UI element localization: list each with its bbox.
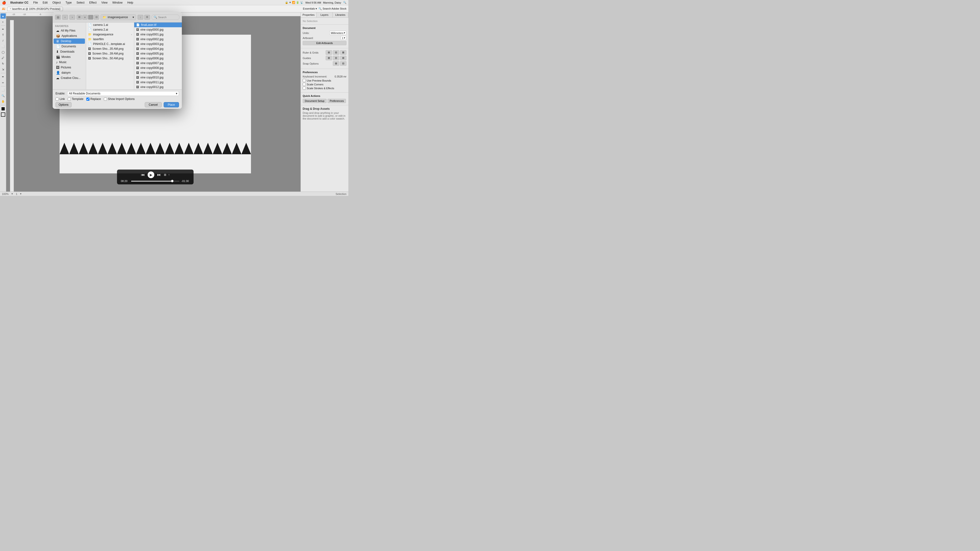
- options-button[interactable]: Options: [56, 102, 72, 107]
- replace-checkbox[interactable]: Replace: [86, 97, 101, 101]
- stroke-color[interactable]: [1, 113, 5, 117]
- select-tool[interactable]: ▲: [0, 13, 6, 19]
- file-item[interactable]: 🖼 vine copy0010.jpg: [134, 75, 182, 80]
- ruler-grids-btn-1[interactable]: ⊞: [326, 50, 332, 55]
- sidebar-item-pictures[interactable]: 🖼 Pictures: [54, 65, 85, 70]
- type-tool[interactable]: T: [0, 32, 6, 38]
- circle-tool[interactable]: ◯: [0, 49, 6, 55]
- dialog-action-button[interactable]: ⚙: [144, 15, 150, 20]
- blend-tool[interactable]: ∞: [0, 80, 6, 85]
- guides-btn-3[interactable]: ⊞: [340, 56, 347, 60]
- cancel-button[interactable]: Cancel: [145, 102, 162, 107]
- eyedropper-tool[interactable]: ✒: [0, 74, 6, 79]
- zoom-tool[interactable]: 🔍: [0, 93, 6, 98]
- dialog-view-columns-button[interactable]: ⋮⋮: [88, 15, 93, 20]
- sidebar-item-documents[interactable]: 📄 Documents: [54, 44, 85, 49]
- dialog-view-icons-button[interactable]: ⊞: [76, 15, 82, 20]
- ruler-grids-btn-2[interactable]: ⊟: [333, 50, 339, 55]
- select-menu[interactable]: Select: [75, 1, 86, 4]
- tab-properties[interactable]: Properties: [301, 13, 317, 17]
- dialog-view-list-button[interactable]: ≡: [82, 15, 88, 20]
- file-item[interactable]: 🖼 vine copy0009.jpg: [134, 70, 182, 75]
- file-item[interactable]: 📁 imagesequence ›: [86, 32, 134, 37]
- file-item[interactable]: 🖼 vine copy0007.jpg: [134, 61, 182, 65]
- view-menu[interactable]: View: [100, 1, 109, 4]
- fill-color[interactable]: [1, 106, 5, 111]
- enable-select[interactable]: All Readable Documents ▾: [67, 91, 179, 96]
- template-check[interactable]: [68, 98, 71, 101]
- edit-artboards-button[interactable]: Edit Artboards: [303, 41, 347, 45]
- replace-check[interactable]: [86, 98, 89, 101]
- artboard-tool[interactable]: ⬜: [0, 87, 6, 92]
- file-item[interactable]: 🖼 vine copy0000.jpg: [134, 27, 182, 32]
- file-item[interactable]: 🖼 Screen Sho...50 AM.png: [86, 56, 134, 61]
- template-checkbox[interactable]: Template: [68, 97, 83, 101]
- player-extra-1[interactable]: ⊞: [164, 173, 166, 176]
- link-checkbox[interactable]: Link: [56, 97, 65, 101]
- units-dropdown[interactable]: Millimeters ▾: [329, 31, 347, 35]
- rect-tool[interactable]: ⬜: [0, 44, 6, 49]
- sidebar-item-downloads[interactable]: ⬇ Downloads: [54, 49, 85, 54]
- file-item[interactable]: 🖼 vine copy0002.jpg: [134, 37, 182, 41]
- help-menu[interactable]: Help: [126, 1, 135, 4]
- file-item[interactable]: 🖼 vine copy0012.jpg: [134, 85, 182, 89]
- sidebar-item-all-my-files[interactable]: ☁ All My Files: [54, 28, 85, 33]
- file-item[interactable]: 🖼 vine copy0001.jpg: [134, 32, 182, 37]
- sidebar-item-music[interactable]: ♪ Music: [54, 60, 85, 65]
- snap-btn-1[interactable]: ⊞: [333, 61, 339, 66]
- sidebar-item-desktop[interactable]: 🖥 Desktop: [54, 38, 85, 44]
- scale-corners-checkbox[interactable]: [303, 83, 306, 86]
- hand-tool[interactable]: ✋: [0, 99, 6, 104]
- rotate-tool[interactable]: ↻: [0, 61, 6, 66]
- file-item[interactable]: 🖼 Screen Sho...35 AM.png: [86, 46, 134, 51]
- close-tab-icon[interactable]: ×: [10, 7, 11, 10]
- brush-tool[interactable]: 🖊: [0, 55, 6, 60]
- rewind-button[interactable]: ⏮: [141, 173, 145, 177]
- file-item[interactable]: 🖼 vine copy0006.jpg: [134, 56, 182, 61]
- window-menu[interactable]: Window: [111, 1, 124, 4]
- app-name-menu[interactable]: Illustrator CC: [9, 1, 30, 4]
- ruler-grids-btn-3[interactable]: ⊠: [340, 50, 347, 55]
- player-progress-bar[interactable]: [131, 181, 180, 181]
- sidebar-item-applications[interactable]: 📦 Applications: [54, 33, 85, 38]
- file-item[interactable]: 🖼 vine copy0005.jpg: [134, 51, 182, 56]
- apple-logo-icon[interactable]: 🍎: [2, 1, 6, 5]
- artboard-dropdown[interactable]: 1 ▾: [341, 36, 347, 40]
- document-setup-button[interactable]: Document Setup: [303, 99, 326, 103]
- preferences-button[interactable]: Preferences: [328, 99, 346, 103]
- zoom-level[interactable]: 100%: [2, 192, 9, 195]
- place-button[interactable]: Place: [164, 102, 179, 107]
- file-item[interactable]: 🖼 Screen Sho...39 AM.png: [86, 51, 134, 56]
- link-check[interactable]: [56, 98, 59, 101]
- effect-menu[interactable]: Effect: [88, 1, 98, 4]
- show-import-check[interactable]: [104, 98, 107, 101]
- pen-tool[interactable]: ✒: [0, 27, 6, 32]
- dialog-view-gallery-button[interactable]: ⊟: [94, 15, 99, 20]
- file-item[interactable]: 📁 laserfilm: [86, 37, 134, 41]
- direct-select-tool[interactable]: ▹: [0, 19, 6, 24]
- search-input[interactable]: [158, 16, 177, 19]
- dialog-share-button[interactable]: ↑: [138, 15, 143, 20]
- file-item[interactable]: 📄 finalLaser.tif: [134, 22, 182, 27]
- stock-search[interactable]: 🔍 Search Adobe Stock: [318, 7, 347, 10]
- sidebar-item-creative-cloud[interactable]: ☁ Creative Clou...: [54, 75, 85, 81]
- dialog-toggle-sidebar-button[interactable]: ▤: [55, 15, 61, 20]
- play-button[interactable]: ▶: [148, 171, 154, 178]
- scale-strokes-checkbox[interactable]: [303, 87, 306, 90]
- sidebar-item-movies[interactable]: 🎬 Movies: [54, 54, 85, 60]
- scale-tool[interactable]: ⇲: [0, 67, 6, 72]
- file-item[interactable]: 📄 PINHOLE C...template.ai: [86, 41, 134, 46]
- sidebar-item-user[interactable]: 👤 daisym: [54, 70, 85, 75]
- edit-menu[interactable]: Edit: [41, 1, 49, 4]
- file-item[interactable]: 🖼 vine copy0004.jpg: [134, 46, 182, 51]
- tab-layers[interactable]: Layers: [317, 13, 332, 17]
- file-item[interactable]: 📄 camera 2.ai: [86, 27, 134, 32]
- line-tool[interactable]: /: [0, 38, 6, 43]
- dialog-forward-button[interactable]: ›: [69, 15, 75, 20]
- tab-libraries[interactable]: Libraries: [332, 13, 348, 17]
- file-menu[interactable]: File: [32, 1, 39, 4]
- file-item[interactable]: 🖼 vine copy0008.jpg: [134, 65, 182, 70]
- fast-forward-button[interactable]: ⏭: [157, 173, 161, 177]
- guides-btn-1[interactable]: ⊞: [326, 56, 332, 60]
- type-menu[interactable]: Type: [64, 1, 73, 4]
